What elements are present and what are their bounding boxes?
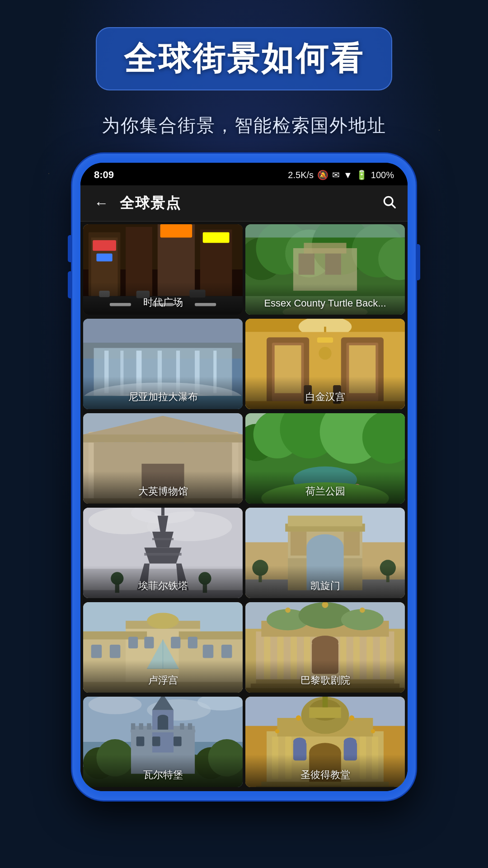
- item-label: 尼亚加拉大瀑布: [89, 390, 237, 404]
- list-item[interactable]: 尼亚加拉大瀑布: [83, 319, 243, 409]
- list-item[interactable]: 白金汉宫: [245, 319, 405, 409]
- header-section: 全球街景如何看 为你集合街景，智能检索国外地址: [0, 0, 488, 156]
- list-item[interactable]: 巴黎歌剧院: [245, 602, 405, 693]
- battery-level: 100%: [371, 170, 394, 180]
- svg-rect-31: [299, 254, 314, 275]
- svg-rect-147: [188, 637, 197, 648]
- item-label: 埃菲尔铁塔: [89, 579, 237, 593]
- svg-rect-27: [245, 224, 405, 237]
- app-title: 全球街景如何看: [124, 37, 364, 80]
- svg-point-224: [349, 715, 354, 721]
- attractions-grid: 时代广场: [80, 222, 408, 791]
- item-label: 凯旋门: [251, 579, 399, 593]
- svg-rect-194: [174, 736, 182, 746]
- app-subtitle: 为你集合街景，智能检索国外地址: [18, 113, 470, 138]
- app-bar-title: 全球景点: [120, 193, 382, 213]
- item-label: 荷兰公园: [251, 485, 399, 498]
- item-label: Essex County Turtle Back...: [251, 297, 399, 309]
- svg-rect-192: [136, 736, 145, 746]
- item-label: 大英博物馆: [89, 485, 237, 498]
- svg-rect-146: [171, 637, 180, 648]
- svg-rect-12: [203, 232, 230, 243]
- list-item[interactable]: 埃菲尔铁塔: [83, 508, 243, 598]
- title-box: 全球街景如何看: [96, 27, 392, 90]
- svg-rect-127: [291, 532, 306, 556]
- svg-point-223: [296, 715, 301, 721]
- svg-rect-78: [83, 434, 243, 443]
- item-label: 巴黎歌剧院: [251, 674, 399, 687]
- svg-rect-145: [144, 637, 154, 648]
- svg-rect-208: [323, 697, 328, 708]
- svg-line-1: [392, 204, 395, 208]
- svg-point-219: [344, 738, 357, 746]
- list-item[interactable]: 卢浮宫: [83, 602, 243, 693]
- phone-frame: 8:09 2.5K/s 🔕 ✉ ▼ 🔋 100% ← 全球景点: [72, 154, 416, 800]
- svg-rect-196: [139, 723, 143, 730]
- search-button[interactable]: [382, 194, 396, 212]
- svg-rect-197: [147, 723, 151, 730]
- status-icons: 2.5K/s 🔕 ✉ ▼ 🔋 100%: [288, 170, 394, 180]
- phone-outer: 8:09 2.5K/s 🔕 ✉ ▼ 🔋 100% ← 全球景点: [72, 154, 416, 800]
- svg-rect-60: [317, 337, 333, 343]
- message-icon: ✉: [332, 170, 340, 180]
- list-item[interactable]: Essex County Turtle Back...: [245, 224, 405, 315]
- svg-rect-104: [161, 508, 164, 516]
- svg-point-226: [371, 729, 375, 733]
- svg-point-225: [275, 729, 279, 733]
- item-label: 圣彼得教堂: [251, 768, 399, 782]
- svg-rect-110: [144, 553, 181, 556]
- list-item[interactable]: 大英博物馆: [83, 413, 243, 504]
- svg-point-122: [306, 534, 343, 561]
- signal-icon: ▼: [343, 170, 352, 180]
- svg-rect-142: [91, 645, 102, 658]
- item-label: 时代广场: [89, 296, 237, 309]
- svg-point-191: [158, 715, 169, 721]
- battery-icon: 🔋: [356, 170, 367, 180]
- svg-point-170: [312, 636, 338, 648]
- svg-point-141: [147, 613, 179, 629]
- svg-rect-149: [221, 645, 232, 658]
- svg-rect-128: [344, 532, 360, 556]
- svg-rect-144: [128, 637, 138, 648]
- svg-rect-11: [160, 224, 192, 237]
- status-bar: 8:09 2.5K/s 🔕 ✉ ▼ 🔋 100%: [80, 163, 408, 185]
- item-label: 瓦尔特堡: [89, 768, 237, 782]
- list-item[interactable]: 瓦尔特堡: [83, 697, 243, 787]
- list-item[interactable]: 圣彼得教堂: [245, 697, 405, 787]
- svg-rect-207: [309, 708, 341, 718]
- svg-rect-143: [110, 645, 121, 658]
- svg-point-61: [319, 347, 331, 359]
- svg-point-176: [360, 608, 365, 613]
- svg-rect-10: [96, 254, 112, 262]
- svg-rect-193: [152, 736, 160, 746]
- mute-icon: 🔕: [317, 170, 328, 180]
- svg-rect-126: [288, 516, 362, 527]
- item-label: 白金汉宫: [251, 390, 399, 404]
- svg-rect-200: [131, 730, 196, 732]
- svg-rect-199: [188, 723, 192, 730]
- back-button[interactable]: ←: [92, 193, 111, 214]
- status-time: 8:09: [94, 169, 114, 181]
- list-item[interactable]: 时代广场: [83, 224, 243, 315]
- phone-screen: 8:09 2.5K/s 🔕 ✉ ▼ 🔋 100% ← 全球景点: [80, 163, 408, 791]
- svg-rect-198: [180, 723, 184, 730]
- svg-rect-33: [304, 243, 346, 254]
- list-item[interactable]: 荷兰公园: [245, 413, 405, 504]
- svg-rect-195: [131, 723, 135, 730]
- svg-rect-148: [203, 645, 214, 658]
- list-item[interactable]: 凯旋门: [245, 508, 405, 598]
- svg-rect-32: [325, 254, 341, 275]
- svg-point-174: [285, 608, 291, 613]
- item-label: 卢浮宫: [89, 674, 237, 687]
- svg-rect-111: [152, 538, 174, 540]
- svg-rect-9: [93, 240, 116, 251]
- network-speed: 2.5K/s: [288, 170, 314, 180]
- svg-point-217: [293, 738, 306, 746]
- app-bar: ← 全球景点: [80, 185, 408, 222]
